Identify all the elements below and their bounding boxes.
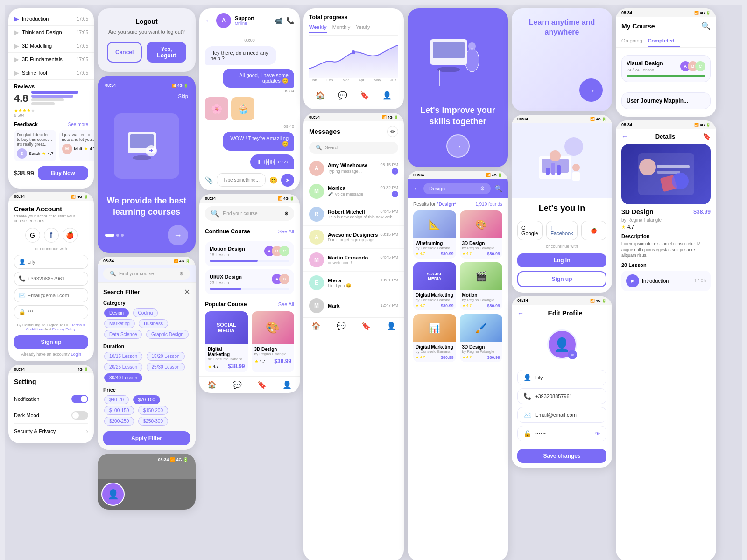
save-icon[interactable]: 🔖 [360, 91, 369, 100]
message-item[interactable]: M Mark 12:47 PM [303, 294, 404, 317]
privacy-link[interactable]: Privasy Policy. [52, 327, 76, 331]
duration-chip[interactable]: 30/40 Lesson [104, 373, 142, 382]
google-login-button[interactable]: G [25, 228, 40, 243]
play-icon[interactable]: ⏸ [256, 159, 261, 165]
apple-login-button[interactable]: 🍎 [63, 228, 78, 243]
back-icon[interactable]: ← [205, 16, 212, 25]
see-more-link[interactable]: See more [68, 122, 88, 127]
duration-chip[interactable]: 25/30 Lesson [147, 363, 185, 371]
security-chevron-icon[interactable]: › [86, 427, 88, 435]
skills-next-button[interactable]: → [446, 134, 470, 158]
learn-next-button[interactable]: → [579, 78, 603, 102]
edit-messages-icon[interactable]: ✏ [387, 126, 398, 137]
apple-btn[interactable]: 🍎 [581, 221, 606, 240]
social-media-course-card[interactable]: SOCIALMEDIA Digital Marketing by Consuel… [205, 311, 248, 372]
message-item[interactable]: A Awesome Designers 08:15 PM Don't forge… [303, 226, 404, 249]
message-item[interactable]: R Robert Mitchell 04:45 PM This is new d… [303, 203, 404, 226]
emoji-icon[interactable]: 😊 [269, 176, 277, 184]
details-bookmark-icon[interactable]: 🔖 [703, 133, 711, 140]
facebook-login-button[interactable]: f [44, 228, 59, 243]
message-item[interactable]: M Martin Fernando 04:45 PM or web.com ! [303, 249, 404, 272]
save-nav[interactable]: 🔖 [361, 322, 371, 330]
monthly-tab[interactable]: Monthly [332, 24, 351, 33]
filter-close-button[interactable]: ✕ [184, 287, 190, 296]
filter-results-icon[interactable]: ⚙ [480, 185, 485, 192]
yearly-tab[interactable]: Yearly [356, 24, 370, 33]
message-item[interactable]: E Elena 10:31 PM I told you 😊 [303, 272, 404, 294]
message-nav-icon[interactable]: 💬 [233, 380, 242, 389]
category-chip[interactable]: Graphic Design [146, 330, 189, 339]
duration-chip[interactable]: 10/15 Lesson [104, 352, 142, 361]
continue-see-all[interactable]: See All [278, 229, 294, 234]
result-card[interactable]: 🎨 3D Design by Regina Falangle ★ 4.7 $80… [460, 210, 503, 259]
popular-see-all[interactable]: See All [278, 301, 294, 307]
facebook-btn[interactable]: f Facebook [546, 221, 577, 240]
profile-phone-field[interactable]: 📞 +393208857961 [517, 388, 606, 404]
chat-icon[interactable]: 💬 [338, 91, 347, 100]
next-button[interactable]: → [168, 225, 188, 245]
message-item[interactable]: A Amy Winehouse 08:15 PM Typing message.… [303, 157, 404, 180]
edit-profile-back-icon[interactable]: ← [517, 309, 524, 317]
home-nav[interactable]: 🏠 [311, 322, 321, 330]
result-card[interactable]: 🖌️ 3D Design by Regina Falangle ★ 4.7 $8… [460, 314, 503, 362]
category-chip[interactable]: Design [104, 308, 129, 317]
dark-mode-toggle[interactable] [71, 411, 88, 420]
chat-nav[interactable]: 💬 [337, 322, 346, 330]
attach-icon[interactable]: 📎 [205, 176, 213, 184]
profile-nav-icon[interactable]: 👤 [282, 380, 292, 389]
result-card[interactable]: SOCIALMEDIA Digital Marketing by Consuel… [413, 262, 456, 310]
filter-search-bar[interactable]: 🔍 Find your course ⚙ [103, 268, 190, 280]
phone-icon[interactable]: 📞 [286, 17, 294, 24]
play-lesson-icon[interactable]: ▶ [626, 274, 639, 287]
result-card[interactable]: 📊 Digital Marketing by Consuelo Banana ★… [413, 314, 456, 362]
lesson-item[interactable]: ▶ 3D Fundamentals 17:05 [8, 53, 94, 66]
show-password-icon[interactable]: 👁 [595, 430, 600, 437]
price-chip[interactable]: $100-150 [104, 406, 134, 415]
category-chip[interactable]: Business [139, 319, 168, 328]
search-input-wrapper[interactable]: Design ⚙ [423, 183, 491, 194]
notification-toggle[interactable] [71, 395, 88, 403]
google-btn[interactable]: G Google [517, 221, 543, 240]
duration-chip[interactable]: 20/25 Lesson [104, 363, 142, 371]
bookmark-nav-icon[interactable]: 🔖 [257, 380, 267, 389]
weekly-tab[interactable]: Weekly [309, 24, 327, 33]
category-chip[interactable]: Coding [133, 308, 158, 317]
home-nav-icon[interactable]: 🏠 [207, 380, 217, 389]
price-chip[interactable]: $200-250 [104, 417, 134, 426]
user-journey-course[interactable]: User Journey Mappin... [616, 92, 716, 117]
price-chip[interactable]: $250-300 [138, 417, 168, 426]
edit-avatar-button[interactable]: ✏ [568, 350, 577, 359]
video-call-icon[interactable]: 📹 [275, 17, 282, 24]
completed-tab[interactable]: Completed [648, 35, 680, 47]
login-button[interactable]: Log In [517, 253, 606, 267]
my-course-search-icon[interactable]: 🔍 [701, 21, 711, 30]
profile-icon[interactable]: 👤 [382, 91, 392, 100]
chat-input[interactable] [217, 173, 266, 187]
uiux-design-course[interactable]: UI/UX Design 23 Lesson A B [205, 269, 294, 294]
visual-design-course[interactable]: Visual Design 24 / 24 Lesson A B C [616, 48, 716, 90]
search-back-icon[interactable]: ← [413, 185, 420, 192]
course-search[interactable]: 🔍 Find your course ⚙ [205, 206, 294, 221]
message-item[interactable]: M Monica 00:32 PM 🎤 Voice message f [303, 180, 404, 203]
first-lesson-item[interactable]: ▶ Introduction 17:05 [621, 271, 711, 291]
profile-email-field[interactable]: ✉️ Email@email.com [517, 407, 606, 423]
profile-name-field[interactable]: 👤 Lily [517, 370, 606, 385]
lesson-item[interactable]: ▶ Introduction 17:05 [8, 12, 94, 26]
category-chip[interactable]: Marketing [104, 319, 135, 328]
save-changes-button[interactable]: Save changes [517, 449, 606, 463]
signup-button[interactable]: Sign up [517, 271, 606, 287]
price-chip[interactable]: $150-200 [138, 406, 168, 415]
filter-icon[interactable]: ⚙ [179, 271, 183, 276]
sign-up-button[interactable]: Sign up [14, 335, 88, 349]
profile-nav[interactable]: 👤 [387, 322, 396, 330]
apply-filter-button[interactable]: Apply Fllter [103, 431, 190, 445]
price-chip[interactable]: $70-100 [133, 395, 161, 404]
lesson-item[interactable]: ▶ Spline Tool 17:05 [8, 66, 94, 80]
filter-btn-icon[interactable]: ⚙ [284, 211, 289, 216]
3d-design-course-card[interactable]: 🎨 3D Design by Regina Falangle ★ 4.7 $38… [252, 311, 295, 372]
messages-search[interactable]: 🔍 Search [309, 142, 398, 154]
category-chip[interactable]: Data Science [104, 330, 142, 339]
buy-now-button[interactable]: Buy Now [38, 166, 88, 180]
confirm-logout-button[interactable]: Yes, Logout [147, 42, 186, 63]
duration-chip[interactable]: 15/20 Lesson [147, 352, 185, 361]
